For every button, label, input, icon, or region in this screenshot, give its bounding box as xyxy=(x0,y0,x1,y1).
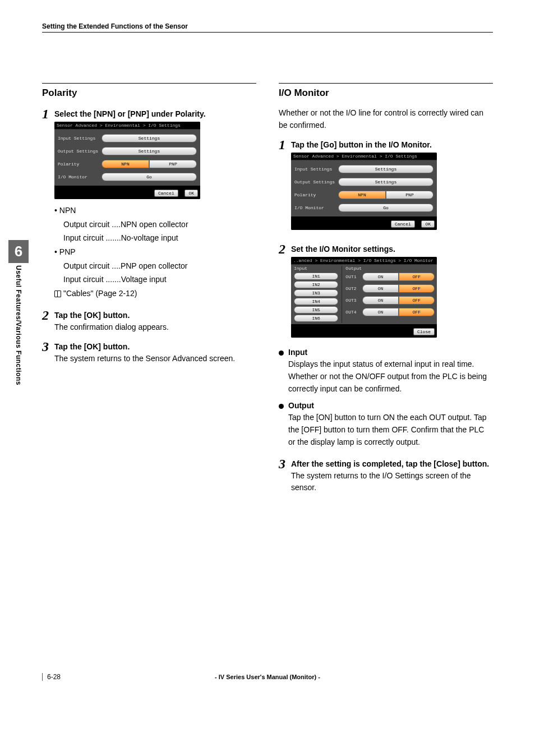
npn-heading: NPN xyxy=(59,206,76,215)
on-button[interactable]: ON xyxy=(362,273,398,281)
device-breadcrumb: Sensor Advanced > Environmental > I/O Se… xyxy=(54,122,200,130)
go-button[interactable]: Go xyxy=(102,173,197,181)
step-number: 3 xyxy=(42,340,52,353)
bullet-icon xyxy=(279,404,284,409)
cancel-button[interactable]: Cancel xyxy=(391,220,415,228)
settings-button[interactable]: Settings xyxy=(338,165,433,173)
bullet-title: Output xyxy=(288,401,493,410)
step-title: Select the [NPN] or [PNP] under Polarity… xyxy=(54,109,256,118)
input-pill: IN4 xyxy=(294,298,338,305)
pnp-toggle[interactable]: PNP xyxy=(149,160,197,168)
bullet-icon xyxy=(279,351,284,356)
page-footer: 6-28 - IV Series User's Manual (Monitor)… xyxy=(42,673,493,681)
on-button[interactable]: ON xyxy=(362,308,398,316)
row-label: I/O Monitor xyxy=(294,205,338,210)
out-label: OUT3 xyxy=(345,298,360,303)
device-screenshot-io-settings: Sensor Advanced > Environmental > I/O Se… xyxy=(54,122,200,199)
pnp-heading: PNP xyxy=(59,247,76,256)
body-text: Input circuit .......No-voltage input xyxy=(63,232,256,245)
out-label: OUT1 xyxy=(345,274,360,279)
device-screenshot-io-monitor: ..anced > Environmental > I/O Settings >… xyxy=(291,257,437,338)
input-pill: IN5 xyxy=(294,306,338,314)
off-button[interactable]: OFF xyxy=(399,308,435,316)
book-icon xyxy=(54,291,61,297)
output-header: Output xyxy=(345,266,435,271)
off-button[interactable]: OFF xyxy=(399,284,435,293)
off-button[interactable]: OFF xyxy=(399,273,435,281)
footer-title: - IV Series User's Manual (Monitor) - xyxy=(215,674,320,680)
chapter-tab: 6 Useful Features/Various Functions xyxy=(8,240,29,385)
page-number: 6-28 xyxy=(47,673,61,681)
section-title-polarity: Polarity xyxy=(42,83,256,99)
step-number: 2 xyxy=(279,242,289,256)
page-header: Setting the Extended Functions of the Se… xyxy=(42,22,493,33)
row-label: Input Settings xyxy=(294,167,338,172)
row-label: Polarity xyxy=(58,162,102,167)
step-title: Tap the [Go] button in the I/O Monitor. xyxy=(291,140,493,149)
body-text: Input circuit .......Voltage input xyxy=(63,274,256,286)
body-text: Output circuit ....PNP open collector xyxy=(63,260,256,273)
go-button[interactable]: Go xyxy=(338,204,433,212)
on-button[interactable]: ON xyxy=(362,284,398,293)
out-label: OUT4 xyxy=(345,310,360,315)
close-button[interactable]: Close xyxy=(413,328,435,335)
settings-button[interactable]: Settings xyxy=(102,147,197,155)
out-label: OUT2 xyxy=(345,286,360,291)
step-title: Tap the [OK] button. xyxy=(54,311,256,320)
ok-button[interactable]: OK xyxy=(185,190,198,197)
input-pill: IN3 xyxy=(294,289,338,297)
chapter-number: 6 xyxy=(8,240,29,263)
body-text: The system returns to the Sensor Advance… xyxy=(54,353,256,365)
row-label: Output Settings xyxy=(58,149,102,154)
device-screenshot-io-settings: Sensor Advanced > Environmental > I/O Se… xyxy=(291,153,437,230)
settings-button[interactable]: Settings xyxy=(102,134,197,142)
chapter-label: Useful Features/Various Functions xyxy=(15,265,22,385)
step-title: After the setting is completed, tap the … xyxy=(291,459,493,468)
row-label: Output Settings xyxy=(294,179,338,185)
off-button[interactable]: OFF xyxy=(399,296,435,305)
input-header: Input xyxy=(294,266,338,271)
input-pill: IN1 xyxy=(294,273,338,280)
step-number: 1 xyxy=(279,138,289,151)
pnp-toggle[interactable]: PNP xyxy=(386,191,433,199)
body-text: Output circuit ....NPN open collector xyxy=(63,219,256,231)
device-breadcrumb: Sensor Advanced > Environmental > I/O Se… xyxy=(291,153,437,160)
input-pill: IN2 xyxy=(294,281,338,288)
npn-toggle[interactable]: NPN xyxy=(338,191,386,199)
cancel-button[interactable]: Cancel xyxy=(154,190,178,197)
body-text: The confirmation dialog appears. xyxy=(54,321,256,333)
bullet-title: Input xyxy=(288,348,493,357)
step-title: Set the I/O Monitor settings. xyxy=(291,245,493,253)
settings-button[interactable]: Settings xyxy=(338,178,433,186)
body-text: Tap the [ON] button to turn ON the each … xyxy=(288,412,493,448)
on-button[interactable]: ON xyxy=(362,296,398,305)
body-text: The system returns to the I/O Settings s… xyxy=(291,470,493,494)
npn-toggle[interactable]: NPN xyxy=(102,160,149,168)
row-label: Polarity xyxy=(294,192,338,197)
row-label: Input Settings xyxy=(58,136,102,141)
step-title: Tap the [OK] button. xyxy=(54,342,256,351)
cross-reference: "Cables" (Page 2-12) xyxy=(63,288,137,300)
step-number: 2 xyxy=(42,308,52,322)
ok-button[interactable]: OK xyxy=(421,220,435,228)
body-text: Whether or not the I/O line for control … xyxy=(279,107,493,131)
body-text: Displays the input status of external in… xyxy=(288,358,493,395)
step-number: 1 xyxy=(42,107,52,121)
input-pill: IN6 xyxy=(294,315,338,322)
section-title-iomonitor: I/O Monitor xyxy=(279,83,493,99)
step-number: 3 xyxy=(279,457,289,471)
device-breadcrumb: ..anced > Environmental > I/O Settings >… xyxy=(291,257,437,265)
row-label: I/O Monitor xyxy=(58,174,102,179)
